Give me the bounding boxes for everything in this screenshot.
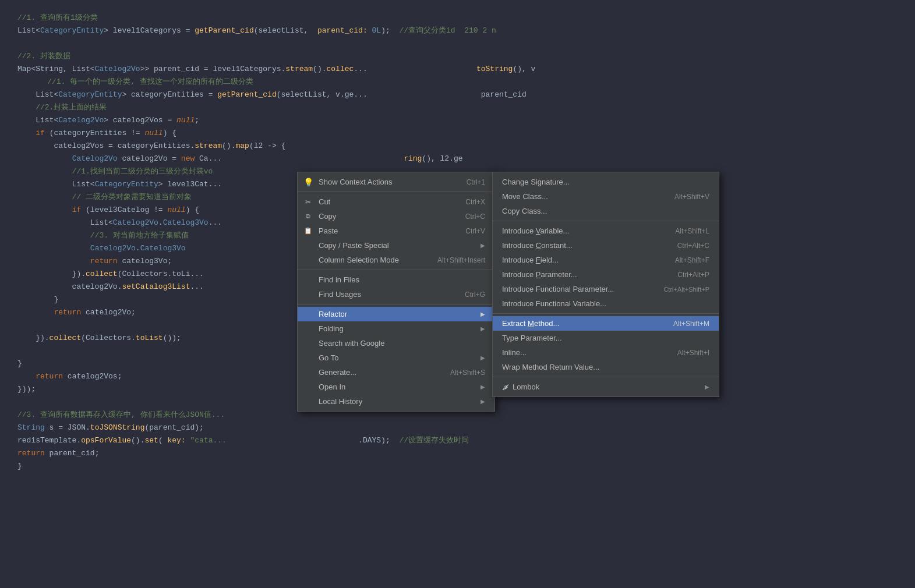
menu-item-copy-paste-special[interactable]: Copy / Paste Special ▶ (298, 238, 494, 253)
separator-1 (298, 192, 494, 192)
menu-item-go-to[interactable]: Go To ▶ (298, 350, 494, 365)
code-line-1: //1. 查询所有1级分类 (17, 12, 898, 24)
introduce-variable-shortcut: Alt+Shift+L (640, 227, 709, 235)
menu-item-local-history[interactable]: Local History ▶ (298, 394, 494, 409)
code-line-5: Map<String, List<Catelog2Vo>> parent_cid… (17, 63, 898, 76)
submenu-copy-class[interactable]: Copy Class... (493, 204, 719, 218)
code-line-3 (17, 37, 898, 50)
separator-3 (298, 304, 494, 304)
context-menu[interactable]: 💡 Show Context Actions Ctrl+1 ✂ Cut Ctrl… (297, 172, 495, 412)
arrow-icon-refactor: ▶ (481, 311, 485, 317)
refactor-separator-2 (493, 313, 719, 314)
lombok-label: Lombok (513, 382, 705, 391)
arrow-icon-go-to: ▶ (481, 355, 485, 361)
submenu-introduce-parameter[interactable]: Introduce Parameter... Ctrl+Alt+P (493, 267, 719, 282)
code-line-9: List<Catelog2Vo> catelog2Vos = null; (17, 114, 898, 127)
change-signature-label: Change Signature... (502, 178, 709, 186)
extract-method-shortcut: Alt+Shift+M (640, 320, 709, 328)
menu-item-folding[interactable]: Folding ▶ (298, 321, 494, 336)
lightbulb-icon: 💡 (302, 178, 314, 187)
code-line-34: redisTemplate.opsForValue().set( key: "c… (17, 434, 898, 447)
menu-item-cut[interactable]: ✂ Cut Ctrl+X (298, 194, 494, 209)
introduce-constant-label: Introduce Constant... (502, 241, 628, 250)
submenu-introduce-functional-parameter[interactable]: Introduce Functional Parameter... Ctrl+A… (493, 282, 719, 296)
open-in-label: Open In (319, 382, 481, 391)
find-usages-shortcut: Ctrl+G (465, 291, 485, 299)
separator-2 (298, 270, 494, 270)
refactor-submenu[interactable]: Change Signature... Move Class... Alt+Sh… (492, 172, 719, 397)
wrap-method-return-value-label: Wrap Method Return Value... (502, 363, 709, 371)
show-context-actions-shortcut: Ctrl+1 (467, 178, 485, 186)
submenu-inline[interactable]: Inline... Alt+Shift+I (493, 345, 719, 360)
menu-item-copy[interactable]: ⧉ Copy Ctrl+C (298, 209, 494, 224)
menu-item-search-with-google[interactable]: Search with Google (298, 336, 494, 350)
submenu-extract-method[interactable]: Extract Method... Alt+Shift+M (493, 316, 719, 331)
search-google-label: Search with Google (319, 339, 485, 348)
column-selection-label: Column Selection Mode (319, 256, 426, 264)
submenu-type-parameter[interactable]: Type Parameter... (493, 331, 719, 345)
submenu-move-class[interactable]: Move Class... Alt+Shift+V (493, 189, 719, 204)
menu-item-refactor[interactable]: Refactor ▶ (298, 307, 494, 321)
arrow-icon-open-in: ▶ (481, 384, 485, 390)
introduce-parameter-shortcut: Ctrl+Alt+P (640, 271, 709, 279)
find-in-files-label: Find in Files (319, 275, 485, 284)
paste-icon: 📋 (302, 227, 314, 235)
copy-label: Copy (319, 212, 454, 221)
introduce-functional-parameter-shortcut: Ctrl+Alt+Shift+P (640, 286, 709, 293)
cut-label: Cut (319, 197, 454, 206)
submenu-lombok[interactable]: 🌶 Lombok ▶ (493, 380, 719, 394)
copy-class-label: Copy Class... (502, 207, 709, 215)
move-class-shortcut: Alt+Shift+V (640, 193, 709, 201)
submenu-wrap-method-return-value[interactable]: Wrap Method Return Value... (493, 360, 719, 374)
code-line-33: String s = JSON.toJSONString(parent_cid)… (17, 421, 898, 434)
arrow-icon-lombok: ▶ (705, 384, 709, 390)
introduce-constant-shortcut: Ctrl+Alt+C (640, 242, 709, 250)
menu-item-column-selection[interactable]: Column Selection Mode Alt+Shift+Insert (298, 253, 494, 267)
inline-label: Inline... (502, 348, 628, 357)
refactor-separator-3 (493, 377, 719, 377)
show-context-actions-label: Show Context Actions (319, 178, 455, 186)
submenu-introduce-constant[interactable]: Introduce Constant... Ctrl+Alt+C (493, 238, 719, 253)
code-line-2: List<CategoryEntity> level1Categorys = g… (17, 24, 898, 37)
introduce-functional-parameter-label: Introduce Functional Parameter... (502, 285, 628, 293)
go-to-label: Go To (319, 353, 481, 362)
introduce-variable-label: Introduce Variable... (502, 226, 628, 235)
code-line-10: if (categoryEntities != null) { (17, 127, 898, 140)
extract-method-label: Extract Method... (502, 319, 628, 328)
menu-item-open-in[interactable]: Open In ▶ (298, 380, 494, 394)
lombok-icon: 🌶 (502, 383, 509, 391)
arrow-icon-folding: ▶ (481, 325, 485, 332)
folding-label: Folding (319, 324, 481, 333)
submenu-change-signature[interactable]: Change Signature... (493, 175, 719, 189)
submenu-introduce-field[interactable]: Introduce Field... Alt+Shift+F (493, 253, 719, 267)
submenu-introduce-functional-variable[interactable]: Introduce Functional Variable... (493, 296, 719, 311)
menu-item-show-context-actions[interactable]: 💡 Show Context Actions Ctrl+1 (298, 175, 494, 189)
menu-item-find-usages[interactable]: Find Usages Ctrl+G (298, 287, 494, 302)
code-line-6: //1. 每一个的一级分类, 查找这一个对应的所有的二级分类 (17, 76, 898, 88)
paste-shortcut: Ctrl+V (465, 227, 485, 235)
code-line-8: //2.封装上面的结果 (17, 101, 898, 114)
menu-item-generate[interactable]: Generate... Alt+Shift+S (298, 365, 494, 380)
refactor-label: Refactor (319, 310, 481, 318)
copy-shortcut: Ctrl+C (465, 212, 485, 221)
find-usages-label: Find Usages (319, 290, 453, 299)
submenu-introduce-variable[interactable]: Introduce Variable... Alt+Shift+L (493, 224, 719, 238)
type-parameter-label: Type Parameter... (502, 334, 709, 342)
cut-shortcut: Ctrl+X (465, 198, 485, 206)
code-line-4: //2. 封装数据 (17, 50, 898, 63)
arrow-icon-local-history: ▶ (481, 398, 485, 405)
code-line-35: return parent_cid; (17, 447, 898, 460)
move-class-label: Move Class... (502, 192, 628, 201)
code-line-7: List<CategoryEntity> categoryEntities = … (17, 88, 898, 101)
copy-icon: ⧉ (302, 212, 314, 220)
copy-paste-special-label: Copy / Paste Special (319, 241, 481, 250)
menu-item-paste[interactable]: 📋 Paste Ctrl+V (298, 224, 494, 238)
column-selection-shortcut: Alt+Shift+Insert (437, 256, 485, 264)
introduce-parameter-label: Introduce Parameter... (502, 270, 628, 279)
menu-item-find-in-files[interactable]: Find in Files (298, 272, 494, 287)
arrow-icon-copy-paste: ▶ (481, 242, 485, 249)
code-line-11: catelog2Vos = categoryEntities.stream().… (17, 140, 898, 153)
cut-icon: ✂ (302, 198, 314, 206)
paste-label: Paste (319, 226, 454, 235)
generate-shortcut: Alt+Shift+S (450, 369, 485, 377)
